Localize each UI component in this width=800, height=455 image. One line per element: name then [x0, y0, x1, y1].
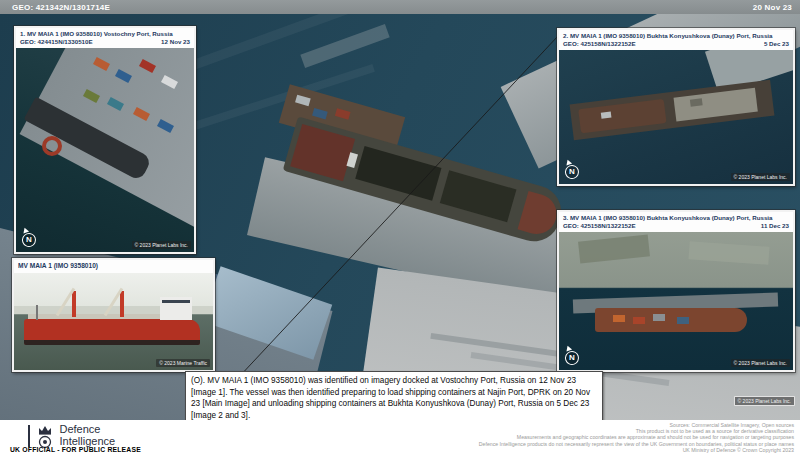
logo-divider — [28, 425, 30, 447]
disclaimer-line: Measurements and geographic coordinates … — [479, 434, 794, 440]
crane-post — [72, 291, 76, 317]
inset-photo-title: MV MAIA 1 (IMO 9358010) — [18, 262, 209, 271]
ship-superstructure — [160, 297, 192, 320]
main-image-date: 20 Nov 23 — [753, 3, 792, 12]
inset-2-satellite-image: N © 2023 Planet Labs Inc. — [559, 50, 793, 184]
crane-post — [120, 291, 124, 317]
docked-vessel — [578, 99, 666, 133]
crane-arc — [42, 136, 62, 156]
container-block — [633, 317, 645, 324]
ship-hull — [24, 319, 200, 345]
inset-2-title: 2. MV MAIA 1 (IMO 9358010) Bukhta Konyus… — [563, 32, 789, 40]
disclaimer-line: UK Ministry of Defence © Crown Copyright… — [479, 447, 794, 453]
inset-2-header: 2. MV MAIA 1 (IMO 9358010) Bukhta Konyus… — [559, 30, 793, 50]
footer-bar: Defence Intelligence UK OFFICIAL - FOR P… — [0, 420, 800, 455]
north-compass-icon: N — [20, 231, 38, 249]
top-geo-bar: GEO: 421342N/1301714E 20 Nov 23 — [0, 0, 800, 14]
fore-mast — [36, 305, 38, 320]
inset-image-2-bukhta: 2. MV MAIA 1 (IMO 9358010) Bukhta Konyus… — [557, 28, 795, 186]
container-block — [312, 108, 328, 120]
intelligence-report-page: GEO: 421342N/1301714E 20 Nov 23 © 2023 P… — [0, 0, 800, 455]
inset-2-credit: © 2023 Planet Labs Inc. — [731, 173, 790, 181]
inset-1-geo: GEO: 424415N/1330510E — [20, 38, 93, 46]
docked-vessel — [595, 308, 747, 332]
analysis-caption-box: (O). MV MAIA 1 (IMO 9358010) was identif… — [185, 371, 603, 426]
inset-1-credit: © 2023 Planet Labs Inc. — [132, 241, 191, 249]
terrain-patch — [578, 235, 650, 264]
container-block — [295, 95, 311, 107]
inset-1-satellite-image: N © 2023 Planet Labs Inc. — [16, 48, 194, 252]
container-block — [613, 315, 625, 322]
inset-3-satellite-image: N © 2023 Planet Labs Inc. — [559, 232, 793, 370]
pier-structure — [570, 80, 775, 140]
north-compass-icon: N — [563, 163, 581, 181]
inset-photo-header: MV MAIA 1 (IMO 9358010) — [14, 260, 213, 273]
inset-2-date: 5 Dec 23 — [764, 40, 789, 48]
inset-3-date: 11 Dec 23 — [761, 222, 789, 230]
inset-1-date: 12 Nov 23 — [161, 38, 190, 46]
main-geo-coordinates: GEO: 421342N/1301714E — [12, 3, 110, 12]
inset-3-credit: © 2023 Planet Labs Inc. — [731, 359, 790, 367]
inset-3-header: 3. MV MAIA 1 (IMO 9358010) Bukhta Konyus… — [559, 212, 793, 232]
container-block — [653, 314, 665, 321]
inset-3-title: 3. MV MAIA 1 (IMO 9358010) Bukhta Konyus… — [563, 214, 789, 222]
ship-waterline — [24, 340, 200, 345]
vessel-hold — [440, 170, 517, 222]
container-block — [677, 317, 689, 324]
inset-2-geo: GEO: 425158N/1322152E — [563, 40, 636, 48]
inset-3-geo: GEO: 425158N/1322152E — [563, 222, 636, 230]
container-block — [335, 108, 351, 120]
ship-photograph: © 2023 Marine Traffic — [14, 273, 213, 370]
main-image-credit: © 2023 Planet Labs Inc. — [734, 396, 795, 406]
org-name: Defence Intelligence — [60, 424, 116, 447]
dock-top-center — [300, 24, 389, 68]
inset-image-3-bukhta: 3. MV MAIA 1 (IMO 9358010) Bukhta Konyus… — [557, 210, 795, 372]
vessel-hold — [355, 146, 441, 201]
inset-1-header: 1. MV MAIA 1 (IMO 9358010) Vostochny Por… — [16, 28, 194, 48]
inset-image-1-vostochny: 1. MV MAIA 1 (IMO 9358010) Vostochny Por… — [14, 26, 196, 254]
north-compass-icon: N — [563, 349, 581, 367]
floating-dock — [674, 88, 758, 122]
terrain-patch — [688, 241, 769, 265]
vessel-stern — [290, 124, 355, 181]
classification-marking: UK OFFICIAL - FOR PUBLIC RELEASE — [10, 446, 141, 453]
footer-disclaimers: Sources: Commercial Satellite Imagery, O… — [479, 422, 794, 455]
bridge-windows — [162, 300, 190, 303]
photo-credit: © 2023 Marine Traffic — [156, 359, 210, 367]
caption-text: (O). MV MAIA 1 (IMO 9358010) was identif… — [191, 376, 590, 420]
inset-ship-photo: MV MAIA 1 (IMO 9358010) © 2023 Marine Tr… — [12, 258, 215, 372]
inset-1-title: 1. MV MAIA 1 (IMO 9358010) Vostochny Por… — [20, 30, 190, 38]
